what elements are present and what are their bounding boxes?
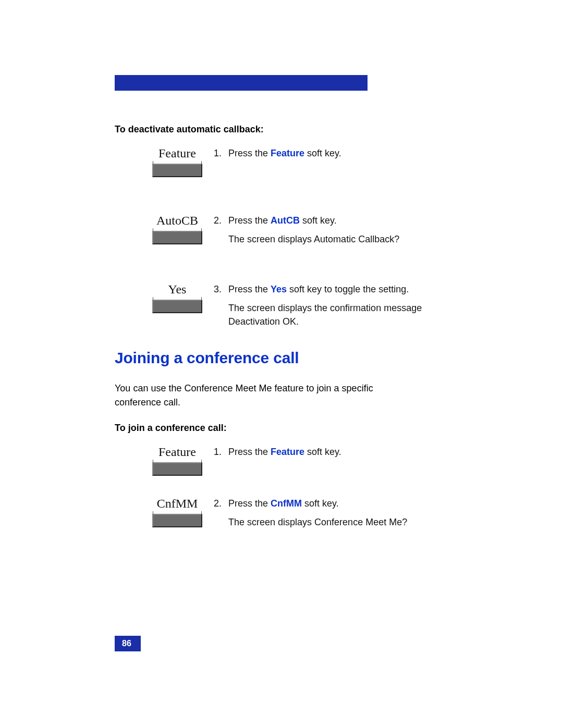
softkey-label: Feature [158, 445, 196, 459]
step-text: 1. Press the Feature soft key. [214, 445, 448, 464]
step-extra: The screen displays Automatic Callback? [228, 232, 448, 246]
softkey-label: Yes [168, 282, 187, 297]
step-text-pre: Press the [228, 447, 271, 457]
step-text-post: soft key. [304, 447, 341, 457]
step-extra: The screen displays the confirmation mes… [228, 301, 448, 328]
step-text-pre: Press the [228, 148, 271, 158]
step-text-pre: Press the [228, 215, 271, 226]
step-text-post: soft key. [300, 215, 337, 226]
step-body: Press the Feature soft key. [228, 445, 448, 459]
step-text-post: soft key to toggle the setting. [287, 284, 409, 294]
page-number: 86 [115, 636, 141, 651]
step-number: 1. [214, 146, 228, 160]
step-row: Feature 1. Press the Feature soft key. [115, 146, 448, 177]
step-extra-post: . [296, 316, 299, 327]
procedure-title-join: To join a conference call: [115, 423, 448, 434]
softkey-icon [152, 231, 202, 244]
section-paragraph: You can use the Conference Meet Me featu… [115, 381, 396, 409]
softkey-column: Feature [115, 445, 214, 476]
step-row: AutoCB 2. Press the AutCB soft key. The … [115, 214, 448, 246]
softkey-icon [152, 164, 202, 177]
step-text-pre: Press the [228, 284, 271, 294]
step-extra-pre: The screen displays [228, 517, 314, 527]
step-number: 1. [214, 445, 228, 459]
step-text: 1. Press the Feature soft key. [214, 146, 448, 165]
step-body: Press the CnfMM soft key. [228, 497, 448, 510]
step-extra: The screen displays Conference Meet Me? [228, 515, 448, 529]
softkey-column: AutoCB [115, 214, 214, 244]
step-row: CnfMM 2. Press the CnfMM soft key. The s… [115, 497, 448, 529]
header-accent-bar [115, 75, 368, 91]
step-keyword: Feature [271, 447, 304, 457]
step-extra-pre: The screen displays [228, 234, 314, 244]
step-body: Press the AutCB soft key. [228, 214, 448, 227]
step-row: Feature 1. Press the Feature soft key. [115, 445, 448, 476]
procedure-title-deactivate: To deactivate automatic callback: [115, 124, 448, 135]
softkey-column: CnfMM [115, 497, 214, 527]
step-extra-mono: Conference Meet Me? [314, 517, 407, 527]
step-text-pre: Press the [228, 498, 271, 509]
softkey-label: Feature [158, 146, 196, 161]
step-number: 2. [214, 497, 228, 510]
page-running-header: Making a call [115, 96, 448, 117]
step-body: Press the Feature soft key. [228, 146, 448, 160]
step-keyword: CnfMM [271, 498, 302, 509]
softkey-label: AutoCB [156, 214, 198, 228]
step-text: 3. Press the Yes soft key to toggle the … [214, 282, 448, 328]
step-keyword: AutCB [271, 215, 300, 226]
document-page: Making a call To deactivate automatic ca… [115, 75, 448, 550]
step-text-post: soft key. [302, 498, 339, 509]
softkey-column: Feature [115, 146, 214, 177]
step-body: Press the Yes soft key to toggle the set… [228, 282, 448, 296]
step-text: 2. Press the AutCB soft key. The screen … [214, 214, 448, 246]
step-extra-pre: The screen displays the confirmation mes… [228, 303, 422, 313]
softkey-icon [152, 300, 202, 313]
step-row: Yes 3. Press the Yes soft key to toggle … [115, 282, 448, 328]
page-footer: 86 [115, 636, 368, 651]
step-extra-mono: Automatic Callback? [314, 234, 399, 244]
step-text: 2. Press the CnfMM soft key. The screen … [214, 497, 448, 529]
softkey-icon [152, 462, 202, 476]
step-number: 2. [214, 214, 228, 227]
softkey-label: CnfMM [157, 497, 198, 511]
softkey-icon [152, 514, 202, 527]
step-keyword: Feature [271, 148, 304, 158]
step-number: 3. [214, 282, 228, 296]
section-heading-joining: Joining a conference call [115, 349, 448, 367]
step-text-post: soft key. [304, 148, 341, 158]
softkey-column: Yes [115, 282, 214, 313]
step-keyword: Yes [271, 284, 287, 294]
step-extra-mono: Deactivation OK [228, 316, 296, 327]
